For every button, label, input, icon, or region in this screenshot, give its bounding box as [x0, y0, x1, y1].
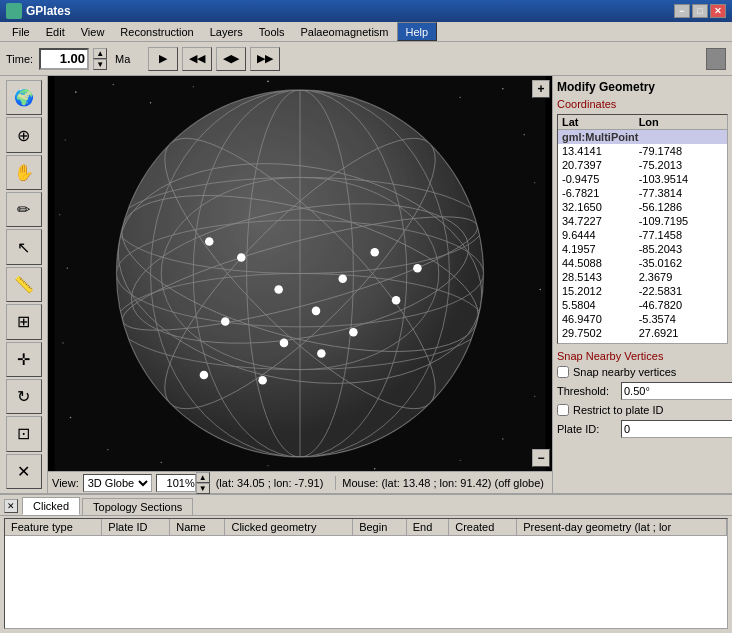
- svg-point-10: [534, 182, 535, 183]
- svg-point-42: [274, 285, 283, 294]
- ma-label: Ma: [115, 53, 130, 65]
- time-label: Time:: [6, 53, 33, 65]
- coord-row: -0.9475-103.9514: [558, 172, 727, 186]
- time-spin-up[interactable]: ▲: [93, 48, 107, 59]
- menu-reconstruction[interactable]: Reconstruction: [112, 22, 201, 41]
- close-tool[interactable]: ✕: [6, 454, 42, 489]
- zoom-spin-up[interactable]: ▲: [196, 472, 210, 483]
- svg-point-17: [161, 462, 162, 463]
- menu-file[interactable]: File: [4, 22, 38, 41]
- zoom-input[interactable]: [156, 474, 196, 492]
- maximize-button[interactable]: □: [692, 4, 708, 18]
- right-panel: Modify Geometry Coordinates Lat Lon gml:…: [552, 76, 732, 493]
- svg-point-43: [312, 307, 321, 316]
- time-spin-down[interactable]: ▼: [93, 59, 107, 70]
- restrict-label: Restrict to plate ID: [573, 404, 663, 416]
- restrict-checkbox[interactable]: [557, 404, 569, 416]
- plateid-label: Plate ID:: [557, 423, 617, 435]
- coord-lon: 27.6921: [635, 326, 727, 340]
- measure-tool[interactable]: 📏: [6, 267, 42, 302]
- svg-point-2: [113, 84, 114, 85]
- threshold-input[interactable]: [621, 382, 732, 400]
- coord-row: 44.5088-35.0162: [558, 256, 727, 270]
- plateid-input[interactable]: [621, 420, 732, 438]
- view-mode-select[interactable]: 3D Globe: [83, 474, 152, 492]
- window-controls: − □ ✕: [674, 4, 726, 18]
- zoom-spin-down[interactable]: ▼: [196, 483, 210, 494]
- coord-lon: -35.0162: [635, 256, 727, 270]
- svg-point-4: [193, 86, 194, 87]
- globe-tool[interactable]: 🌍: [6, 80, 42, 115]
- pencil-tool[interactable]: ✏: [6, 192, 42, 227]
- close-button[interactable]: ✕: [710, 4, 726, 18]
- svg-point-48: [317, 349, 326, 358]
- coord-row: 4.1957-85.2043: [558, 242, 727, 256]
- col-lat: Lat: [558, 115, 635, 130]
- coord-lat: 13.4141: [558, 144, 635, 158]
- nav-step-back[interactable]: ◀▶: [216, 47, 246, 71]
- time-input[interactable]: [39, 48, 89, 70]
- menu-help[interactable]: Help: [397, 22, 438, 41]
- svg-point-6: [459, 97, 460, 98]
- bottom-table-wrap: Feature type Plate ID Name Clicked geome…: [4, 518, 728, 629]
- coord-row: 13.4141-79.1748: [558, 144, 727, 158]
- coord-lat: 9.6444: [558, 228, 635, 242]
- title-bar: GPlates − □ ✕: [0, 0, 732, 22]
- svg-point-13: [502, 438, 503, 439]
- col-clicked-geometry: Clicked geometry: [225, 519, 353, 536]
- main-area: 🌍 ⊕ ✋ ✏ ↖ 📏 ⊞ ✛ ↻ ⊡ ✕ +: [0, 76, 732, 493]
- left-toolbar: 🌍 ⊕ ✋ ✏ ↖ 📏 ⊞ ✛ ↻ ⊡ ✕: [0, 76, 48, 493]
- svg-point-44: [338, 275, 347, 284]
- svg-point-47: [349, 328, 358, 337]
- small-tool[interactable]: ⊡: [6, 416, 42, 451]
- coord-row: 9.6444-77.1458: [558, 228, 727, 242]
- svg-point-15: [374, 468, 375, 469]
- app-icon: [6, 3, 22, 19]
- drag-tool[interactable]: ✋: [6, 155, 42, 190]
- tab-clicked[interactable]: Clicked: [22, 497, 80, 515]
- move-tool[interactable]: ✛: [6, 342, 42, 377]
- svg-point-21: [67, 268, 68, 269]
- coord-lat: 32.1650: [558, 200, 635, 214]
- grid-tool[interactable]: ⊞: [6, 304, 42, 339]
- nav-play[interactable]: ▶: [148, 47, 178, 71]
- svg-point-5: [267, 80, 269, 82]
- select-tool[interactable]: ↖: [6, 229, 42, 264]
- nav-skip-forward[interactable]: ▶▶: [250, 47, 280, 71]
- coord-lat: 5.5804: [558, 298, 635, 312]
- coord-row: -6.7821-77.3814: [558, 186, 727, 200]
- col-lon: Lon: [635, 115, 727, 130]
- svg-point-52: [258, 376, 267, 385]
- nav-skip-back[interactable]: ◀◀: [182, 47, 212, 71]
- menu-tools[interactable]: Tools: [251, 22, 293, 41]
- rotate-tool[interactable]: ↻: [6, 379, 42, 414]
- col-feature-type: Feature type: [5, 519, 102, 536]
- coords-display: (lat: 34.05 ; lon: -7.91): [216, 477, 324, 489]
- coord-row: 28.51432.3679: [558, 270, 727, 284]
- minimize-button[interactable]: −: [674, 4, 690, 18]
- tab-topology-sections[interactable]: Topology Sections: [82, 498, 193, 515]
- status-separator: [335, 476, 336, 490]
- coords-label: Coordinates: [557, 98, 728, 110]
- zoom-out-button[interactable]: −: [532, 449, 550, 467]
- coord-row: 32.1650-56.1286: [558, 200, 727, 214]
- coord-lat: -6.7821: [558, 186, 635, 200]
- col-name: Name: [170, 519, 225, 536]
- multipoint-row: gml:MultiPoint: [558, 130, 727, 145]
- svg-point-19: [70, 417, 71, 418]
- coord-lat: 20.7397: [558, 158, 635, 172]
- bottom-tabs: ✕ Clicked Topology Sections: [0, 495, 732, 516]
- close-bottom-button[interactable]: ✕: [4, 499, 18, 513]
- coord-row: 34.7227-109.7195: [558, 214, 727, 228]
- globe-view[interactable]: +: [48, 76, 552, 471]
- menu-edit[interactable]: Edit: [38, 22, 73, 41]
- snap-checkbox-row: Snap nearby vertices: [557, 366, 728, 378]
- zoom-in-button[interactable]: +: [532, 80, 550, 98]
- menu-view[interactable]: View: [73, 22, 113, 41]
- snap-checkbox[interactable]: [557, 366, 569, 378]
- restrict-row: Restrict to plate ID: [557, 404, 728, 416]
- menu-palaeomagnetism[interactable]: Palaeomagnetism: [292, 22, 396, 41]
- view-label: View:: [52, 477, 79, 489]
- menu-layers[interactable]: Layers: [202, 22, 251, 41]
- zoom-add-tool[interactable]: ⊕: [6, 117, 42, 152]
